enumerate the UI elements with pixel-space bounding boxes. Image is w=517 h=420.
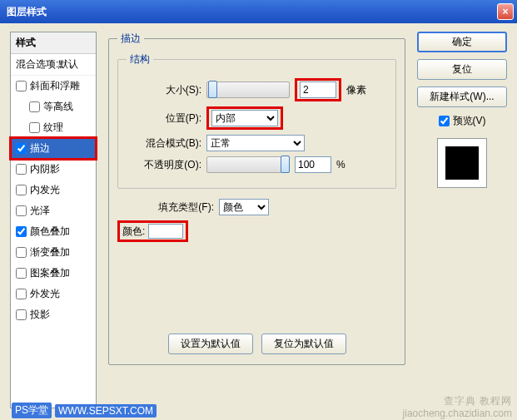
sidebar-item-11[interactable]: 投影 bbox=[11, 304, 96, 325]
blendmode-select[interactable]: 正常 bbox=[206, 135, 305, 151]
position-label: 位置(P): bbox=[127, 111, 201, 126]
blendmode-row: 混合模式(B): 正常 bbox=[127, 135, 387, 151]
size-slider-thumb[interactable] bbox=[208, 81, 217, 98]
default-buttons: 设置为默认值 复位为默认值 bbox=[117, 334, 396, 354]
sidebar-checkbox-5[interactable] bbox=[16, 185, 27, 195]
position-row: 位置(P): 内部 bbox=[127, 106, 387, 130]
opacity-slider[interactable] bbox=[206, 156, 290, 173]
sidebar-item-4[interactable]: 内阴影 bbox=[11, 159, 96, 180]
sidebar-item-label: 投影 bbox=[30, 308, 50, 322]
corner-watermark-line2: jiaocheng.chazidian.com bbox=[403, 408, 512, 420]
sidebar-item-5[interactable]: 内发光 bbox=[11, 180, 96, 200]
sidebar-item-1[interactable]: 等高线 bbox=[11, 96, 96, 117]
watermark: PS学堂 WWW.SEPSXT.COM bbox=[12, 403, 157, 418]
sidebar-checkbox-3[interactable] bbox=[16, 143, 27, 154]
dialog-body: 样式 混合选项:默认 斜面和浮雕等高线纹理描边内阴影内发光光泽颜色叠加渐变叠加图… bbox=[0, 23, 517, 420]
preview-swatch bbox=[445, 146, 479, 180]
position-select[interactable]: 内部 bbox=[211, 110, 278, 126]
sidebar-item-label: 描边 bbox=[30, 141, 50, 156]
size-slider[interactable] bbox=[206, 82, 290, 98]
filltype-select[interactable]: 颜色 bbox=[219, 199, 269, 215]
sidebar-item-label: 纹理 bbox=[43, 121, 63, 135]
sidebar-checkbox-0[interactable] bbox=[16, 81, 27, 91]
opacity-row: 不透明度(O): % bbox=[127, 156, 387, 173]
corner-watermark-line1: 查字典 教程网 bbox=[403, 395, 512, 408]
sidebar-checkbox-6[interactable] bbox=[16, 205, 27, 216]
stroke-fieldset: 描边 结构 大小(S): 像素 位置(P): 内部 bbox=[108, 32, 405, 365]
stroke-legend: 描边 bbox=[117, 32, 144, 46]
color-swatch[interactable] bbox=[148, 224, 183, 239]
preview-label: 预览(V) bbox=[453, 114, 486, 128]
structure-legend: 结构 bbox=[127, 52, 153, 67]
opacity-unit: % bbox=[336, 159, 345, 170]
sidebar-item-2[interactable]: 纹理 bbox=[11, 117, 96, 138]
color-highlight: 颜色: bbox=[117, 220, 188, 242]
reset-button[interactable]: 复位 bbox=[417, 59, 507, 80]
sidebar-checkbox-8[interactable] bbox=[16, 247, 27, 258]
structure-fieldset: 结构 大小(S): 像素 位置(P): 内部 bbox=[117, 52, 396, 189]
size-highlight bbox=[295, 78, 341, 101]
reset-default-button[interactable]: 复位为默认值 bbox=[261, 334, 346, 354]
watermark-brand: PS学堂 bbox=[12, 403, 52, 418]
size-unit: 像素 bbox=[346, 83, 366, 97]
sidebar-checkbox-11[interactable] bbox=[16, 309, 27, 320]
filltype-row: 填充类型(F): 颜色 bbox=[117, 199, 396, 215]
titlebar: 图层样式 × bbox=[0, 0, 517, 23]
sidebar-item-label: 光泽 bbox=[30, 204, 50, 218]
ok-button[interactable]: 确定 bbox=[417, 32, 507, 52]
sidebar-checkbox-1[interactable] bbox=[29, 101, 40, 112]
sidebar-blend-defaults[interactable]: 混合选项:默认 bbox=[11, 54, 96, 76]
filltype-label: 填充类型(F): bbox=[117, 200, 214, 215]
sidebar-header: 样式 bbox=[11, 32, 96, 54]
sidebar-item-label: 图案叠加 bbox=[30, 266, 70, 280]
close-button[interactable]: × bbox=[497, 3, 514, 20]
sidebar-item-label: 斜面和浮雕 bbox=[30, 79, 80, 93]
sidebar-item-label: 渐变叠加 bbox=[30, 245, 70, 259]
sidebar-item-label: 内阴影 bbox=[30, 162, 60, 176]
right-panel: 确定 复位 新建样式(W)... 预览(V) bbox=[417, 32, 507, 408]
sidebar-item-label: 颜色叠加 bbox=[30, 225, 70, 239]
sidebar-checkbox-10[interactable] bbox=[16, 289, 27, 299]
new-style-button[interactable]: 新建样式(W)... bbox=[417, 86, 507, 107]
sidebar-item-6[interactable]: 光泽 bbox=[11, 200, 96, 221]
size-label: 大小(S): bbox=[127, 83, 201, 97]
blendmode-label: 混合模式(B): bbox=[127, 136, 201, 151]
sidebar-checkbox-9[interactable] bbox=[16, 268, 27, 279]
opacity-label: 不透明度(O): bbox=[127, 158, 201, 172]
preview-row: 预览(V) bbox=[417, 114, 507, 128]
sidebar-item-3[interactable]: 描边 bbox=[11, 138, 96, 159]
sidebar-item-0[interactable]: 斜面和浮雕 bbox=[11, 76, 96, 96]
sidebar: 样式 混合选项:默认 斜面和浮雕等高线纹理描边内阴影内发光光泽颜色叠加渐变叠加图… bbox=[10, 32, 97, 408]
sidebar-item-label: 等高线 bbox=[43, 100, 73, 114]
sidebar-item-9[interactable]: 图案叠加 bbox=[11, 263, 96, 284]
sidebar-item-label: 外发光 bbox=[30, 287, 60, 301]
sidebar-item-label: 内发光 bbox=[30, 183, 60, 197]
size-row: 大小(S): 像素 bbox=[127, 78, 387, 101]
sidebar-item-7[interactable]: 颜色叠加 bbox=[11, 221, 96, 242]
preview-box bbox=[437, 138, 487, 188]
color-label: 颜色: bbox=[122, 225, 145, 239]
opacity-slider-thumb[interactable] bbox=[281, 156, 290, 173]
sidebar-checkbox-7[interactable] bbox=[16, 226, 27, 237]
close-icon: × bbox=[502, 6, 508, 17]
set-default-button[interactable]: 设置为默认值 bbox=[168, 334, 253, 354]
sidebar-item-10[interactable]: 外发光 bbox=[11, 284, 96, 304]
corner-watermark: 查字典 教程网 jiaocheng.chazidian.com bbox=[403, 395, 512, 420]
watermark-url: WWW.SEPSXT.COM bbox=[55, 404, 157, 418]
position-highlight: 内部 bbox=[206, 106, 283, 130]
size-input[interactable] bbox=[300, 82, 336, 98]
center-panel: 描边 结构 大小(S): 像素 位置(P): 内部 bbox=[105, 32, 409, 408]
sidebar-checkbox-4[interactable] bbox=[16, 164, 27, 175]
window-title: 图层样式 bbox=[3, 5, 497, 19]
color-row: 颜色: bbox=[117, 220, 396, 242]
opacity-input[interactable] bbox=[295, 156, 331, 173]
sidebar-item-8[interactable]: 渐变叠加 bbox=[11, 242, 96, 263]
sidebar-checkbox-2[interactable] bbox=[29, 122, 40, 133]
preview-checkbox[interactable] bbox=[439, 116, 450, 126]
